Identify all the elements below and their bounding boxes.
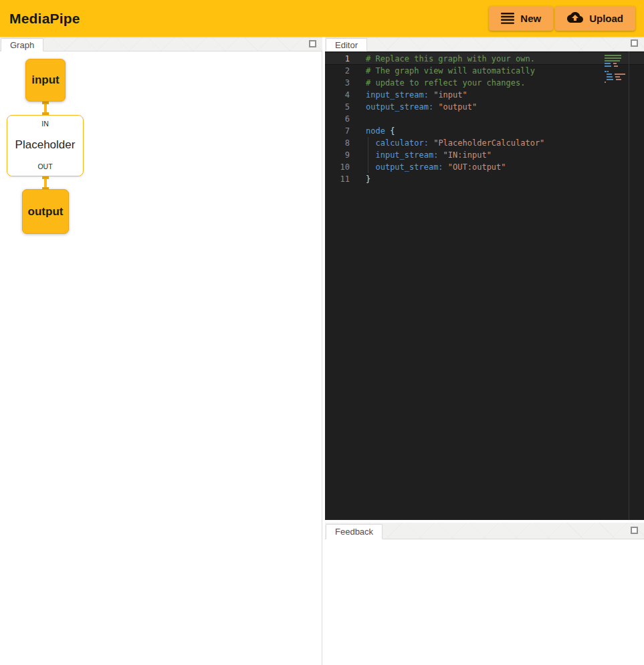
code-line: 11} [325,173,644,185]
port-out-label: OUT [37,162,52,170]
minimap[interactable] [605,55,627,84]
upload-button-label: Upload [589,13,623,24]
code-line: 9 input_stream: "IN:input" [325,149,644,161]
new-button-label: New [520,13,541,24]
code-lines: 1# Replace this graph with your own.2# T… [325,53,644,185]
app-title: MediaPipe [9,11,80,27]
editor-tabstrip: Editor [325,37,644,51]
code-line: 10 output_stream: "OUT:output" [325,161,644,173]
graph-tabstrip: Graph [0,37,322,51]
node-placeholder[interactable]: IN Placeholder OUT [7,115,84,176]
code-line: 6 [325,113,644,125]
tab-graph[interactable]: Graph [1,38,43,51]
reorder-icon [501,13,514,24]
code-line: 5output_stream: "output" [325,101,644,113]
feedback-maximize-icon[interactable] [631,527,638,534]
code-line: 2# The graph view will automatically [325,65,644,77]
cloud-upload-icon [567,12,583,25]
node-input[interactable]: input [25,59,66,102]
code-line: 3# update to reflect your changes. [325,77,644,89]
graph-panel: Graph input IN Placeholder OUT output [0,37,322,665]
feedback-tabstrip: Feedback [325,523,644,539]
node-output-label: output [28,205,64,219]
editor-maximize-icon[interactable] [631,39,638,47]
code-line: 1# Replace this graph with your own. [325,53,644,65]
header-actions: New Upload [489,6,635,31]
tab-editor[interactable]: Editor [326,38,367,51]
code-line: 4input_stream: "input" [325,89,644,101]
graph-maximize-icon[interactable] [309,40,316,47]
overview-ruler [629,51,629,520]
upload-button[interactable]: Upload [555,6,635,31]
code-editor[interactable]: 1# Replace this graph with your own.2# T… [325,51,644,520]
port-in-label: IN [41,120,49,128]
code-line: 8 calculator: "PlaceholderCalculator" [325,137,644,149]
code-line: 7node { [325,125,644,137]
new-button[interactable]: New [489,6,553,31]
node-placeholder-label: Placeholder [15,138,76,152]
app-header: MediaPipe New Upload [0,0,644,37]
feedback-panel: Feedback [325,523,644,665]
feedback-content [325,539,644,665]
node-output[interactable]: output [22,189,69,234]
editor-panel: Editor 1# Replace this graph with your o… [325,37,644,520]
graph-canvas[interactable]: input IN Placeholder OUT output [0,51,322,665]
tab-feedback[interactable]: Feedback [326,524,383,539]
node-input-label: input [31,74,60,87]
